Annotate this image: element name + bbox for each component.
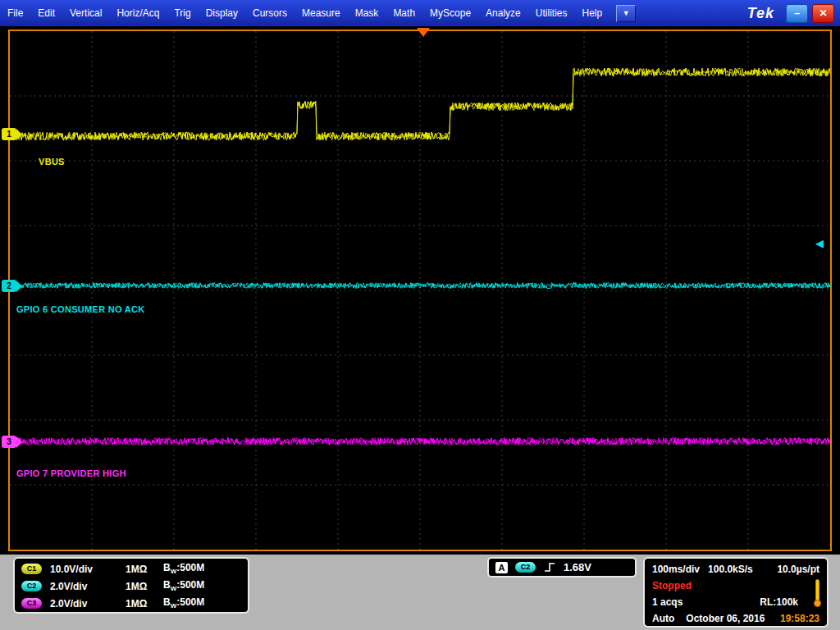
trigger-mode-a-badge: A xyxy=(495,562,508,573)
channel3-readout[interactable]: C3 2.0V/div 1MΩ BW:500M xyxy=(21,595,241,612)
close-button[interactable]: ✕ xyxy=(812,4,834,23)
menu-mask[interactable]: Mask xyxy=(348,0,386,26)
tek-logo: Tek xyxy=(747,5,774,22)
menu-vertical[interactable]: Vertical xyxy=(62,0,109,26)
channel3-badge[interactable]: C3 xyxy=(21,598,42,609)
vertical-readouts[interactable]: C1 10.0V/div 1MΩ BW:500M C2 2.0V/div 1MΩ… xyxy=(13,557,249,614)
resolution-value: 10.0µs/pt xyxy=(777,564,819,575)
datetime-row: Auto October 06, 2016 19:58:23 xyxy=(652,610,819,627)
trace-label-vbus: VBUS xyxy=(39,157,65,167)
menu-myscope[interactable]: MyScope xyxy=(422,0,478,26)
channel1-input-impedance: 1MΩ xyxy=(126,564,163,575)
trigger-position-marker[interactable] xyxy=(417,28,430,37)
channel2-bandwidth: BW:500M xyxy=(163,579,204,592)
channel3-marker[interactable]: 3 xyxy=(2,436,22,448)
sample-rate-value: 100.0kS/s xyxy=(708,564,753,575)
channel1-scale: 10.0V/div xyxy=(50,564,126,575)
record-length: RL:100k xyxy=(760,596,798,608)
acquisition-status-row: Stopped xyxy=(652,578,819,594)
channel1-readout[interactable]: C1 10.0V/div 1MΩ BW:500M xyxy=(21,560,241,578)
menu-trig[interactable]: Trig xyxy=(167,0,198,26)
menu-help[interactable]: Help xyxy=(574,0,609,26)
menu-bar: File Edit Vertical Horiz/Acq Trig Displa… xyxy=(0,0,840,26)
timebase-row: 100ms/div 100.0kS/s 10.0µs/pt xyxy=(652,561,819,578)
trigger-source-badge: C2 xyxy=(515,562,536,573)
menu-horiz-acq[interactable]: Horiz/Acq xyxy=(109,0,167,26)
channel2-badge[interactable]: C2 xyxy=(21,581,42,591)
trigger-readout[interactable]: A C2 1.68V xyxy=(487,557,637,578)
temperature-icon xyxy=(814,579,821,607)
channel2-readout[interactable]: C2 2.0V/div 1MΩ BW:500M xyxy=(21,578,241,595)
channel1-bandwidth: BW:500M xyxy=(163,562,204,575)
trace-label-gpio7: GPIO 7 PROVIDER HIGH xyxy=(16,468,126,478)
channel3-scale: 2.0V/div xyxy=(50,598,126,609)
trigger-mode-auto: Auto xyxy=(652,613,674,624)
menu-math[interactable]: Math xyxy=(386,0,422,26)
waveform-display: ◀ 1 2 3 VBUS GPIO 6 CONSUMER NO ACK GPIO… xyxy=(0,26,840,555)
channel1-marker[interactable]: 1 xyxy=(2,128,22,140)
trigger-level-value: 1.68V xyxy=(564,561,591,573)
horizontal-acquisition-readout[interactable]: 100ms/div 100.0kS/s 10.0µs/pt Stopped 1 … xyxy=(643,557,829,628)
chevron-down-icon[interactable]: ▼ xyxy=(616,5,636,22)
date-value: October 06, 2016 xyxy=(686,613,780,624)
channel2-scale: 2.0V/div xyxy=(50,581,126,592)
menu-measure[interactable]: Measure xyxy=(294,0,348,26)
minimize-button[interactable]: – xyxy=(786,4,808,23)
channel3-bandwidth: BW:500M xyxy=(163,596,204,609)
menu-display[interactable]: Display xyxy=(199,0,245,26)
trigger-level-arrow[interactable]: ◀ xyxy=(815,238,824,249)
channel2-input-impedance: 1MΩ xyxy=(126,581,163,592)
menu-cursors[interactable]: Cursors xyxy=(245,0,294,26)
acqs-count: 1 acqs xyxy=(652,596,682,608)
time-value: 19:58:23 xyxy=(780,613,819,624)
channel2-marker[interactable]: 2 xyxy=(2,280,22,292)
readout-panel: C1 10.0V/div 1MΩ BW:500M C2 2.0V/div 1MΩ… xyxy=(0,555,840,630)
channel3-input-impedance: 1MΩ xyxy=(126,598,163,609)
status-badge: Stopped xyxy=(652,580,692,591)
menu-utilities[interactable]: Utilities xyxy=(528,0,575,26)
acquisition-count-row: 1 acqs RL:100k xyxy=(652,594,819,610)
rising-edge-icon xyxy=(543,561,556,573)
trace-label-gpio6: GPIO 6 CONSUMER NO ACK xyxy=(16,304,145,314)
timebase-value: 100ms/div xyxy=(652,564,700,575)
menu-analyze[interactable]: Analyze xyxy=(478,0,528,26)
channel1-badge[interactable]: C1 xyxy=(21,564,42,574)
menu-file[interactable]: File xyxy=(0,0,30,26)
menu-edit[interactable]: Edit xyxy=(30,0,62,26)
